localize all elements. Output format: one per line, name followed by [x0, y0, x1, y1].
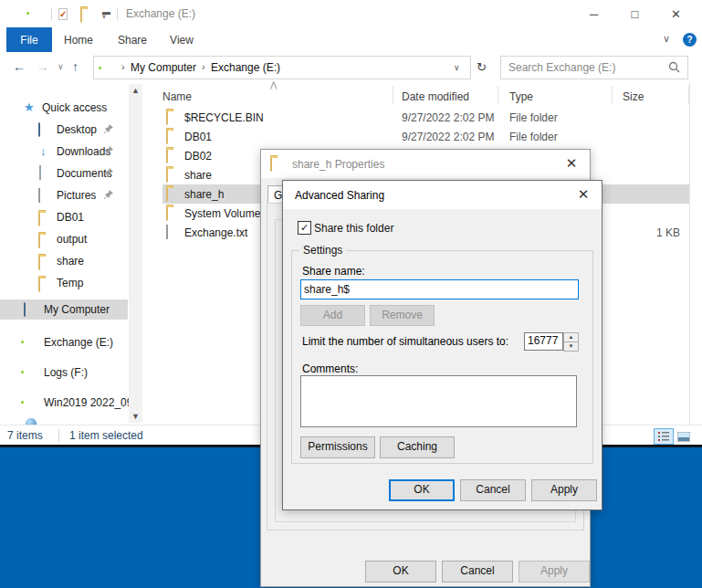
ribbon-collapse-icon[interactable]: ∨: [663, 33, 670, 45]
text-file-icon: [166, 226, 168, 238]
breadcrumb-my-computer[interactable]: My Computer: [131, 61, 196, 74]
apply-button[interactable]: Apply: [531, 479, 597, 501]
close-icon[interactable]: ✕: [553, 150, 590, 177]
spinner-down-icon[interactable]: ▼: [564, 342, 578, 351]
folder-icon: [38, 278, 40, 291]
tab-file[interactable]: File: [6, 27, 52, 52]
add-button[interactable]: Add: [300, 305, 365, 326]
permissions-button[interactable]: Permissions: [300, 436, 375, 458]
folder-icon: [166, 111, 168, 124]
sidebar-scrollbar[interactable]: ▲ ▼: [129, 84, 142, 423]
details-view-button[interactable]: [654, 428, 674, 445]
tab-home[interactable]: Home: [58, 27, 99, 52]
forward-icon[interactable]: →: [37, 59, 49, 74]
sidebar-item-label: Exchange (E:): [44, 336, 113, 349]
limit-users-value[interactable]: 16777: [524, 332, 563, 351]
advanced-sharing-titlebar: Advanced Sharing ✕: [283, 181, 602, 209]
close-icon[interactable]: ✕: [565, 181, 602, 208]
scroll-up-icon[interactable]: ▲: [129, 86, 142, 95]
scroll-down-icon[interactable]: ▼: [129, 412, 142, 421]
sidebar-item-share[interactable]: share: [0, 252, 128, 271]
properties-dialog-title: share_h Properties: [292, 158, 384, 171]
remove-button[interactable]: Remove: [370, 305, 435, 326]
sidebar-item-label: Win2019 2022_09_: [44, 396, 139, 409]
file-type: File folder: [509, 131, 558, 143]
cancel-button[interactable]: Cancel: [460, 479, 526, 501]
search-input[interactable]: Search Exchange (E:): [500, 56, 688, 79]
spinner-up-icon[interactable]: ▲: [564, 333, 578, 342]
ok-button[interactable]: OK: [365, 561, 436, 583]
chevron-down-icon[interactable]: ∨: [454, 63, 460, 72]
sidebar-item-label: Quick access: [42, 101, 107, 114]
sidebar-item-label: Temp: [57, 277, 83, 289]
column-date-modified[interactable]: Date modified: [402, 90, 469, 103]
sidebar-item-logs-f[interactable]: Logs (F:): [0, 363, 128, 383]
navigation-pane: ★ Quick access Desktop ↓ Downloads Docum…: [0, 82, 144, 425]
help-icon[interactable]: ?: [683, 33, 697, 47]
sidebar-item-label: Logs (F:): [44, 366, 88, 379]
sidebar-item-db01[interactable]: DB01: [0, 208, 128, 227]
large-icons-view-button[interactable]: [674, 428, 694, 445]
share-name-input[interactable]: share_h$: [300, 279, 579, 299]
file-list-scrollbar[interactable]: [689, 82, 690, 425]
cancel-button[interactable]: Cancel: [442, 561, 513, 583]
sidebar-item-output[interactable]: output: [0, 230, 128, 249]
ok-button[interactable]: OK: [389, 479, 455, 501]
folder-icon: [166, 131, 168, 143]
monitor-icon: [38, 123, 40, 136]
sidebar-item-documents[interactable]: Documents: [0, 164, 128, 184]
file-name: DB02: [184, 150, 212, 163]
file-type: File folder: [509, 111, 558, 124]
sidebar-item-desktop[interactable]: Desktop: [0, 121, 128, 140]
recent-locations-icon[interactable]: ∨: [58, 62, 64, 71]
refresh-icon[interactable]: ↻: [477, 60, 487, 74]
sidebar-item-temp[interactable]: Temp: [0, 274, 128, 293]
star-icon: ★: [24, 101, 35, 113]
pin-icon: [104, 168, 113, 177]
up-icon[interactable]: ↑: [72, 59, 79, 74]
desktop-background: ✓ ▬ ∨ Exchange (E:) ─ □ ✕ File Home Shar…: [0, 0, 702, 588]
file-row[interactable]: $RECYCLE.BIN 9/27/2022 2:02 PM File fold…: [146, 108, 690, 127]
sidebar-item-downloads[interactable]: ↓ Downloads: [0, 142, 128, 162]
sidebar-item-win2019[interactable]: Win2019 2022_09_: [0, 394, 128, 413]
divider: [117, 7, 118, 20]
tab-share[interactable]: Share: [111, 27, 153, 52]
computer-icon: [24, 303, 26, 316]
search-icon[interactable]: [668, 61, 680, 73]
items-count: 7 items: [7, 429, 43, 442]
column-name[interactable]: Name: [162, 90, 192, 103]
thumbnail-view-icon: [677, 432, 690, 442]
maximize-button[interactable]: □: [614, 0, 655, 27]
sidebar-item-my-computer[interactable]: My Computer: [0, 299, 128, 320]
chevron-right-icon: ›: [121, 61, 125, 72]
apply-button[interactable]: Apply: [519, 561, 590, 583]
close-button[interactable]: ✕: [655, 0, 697, 27]
new-folder-qat-icon[interactable]: [80, 9, 82, 22]
comments-textarea[interactable]: [300, 375, 577, 427]
limit-users-spinner[interactable]: 16777 ▲ ▼: [524, 332, 577, 352]
file-row[interactable]: DB01 9/27/2022 2:02 PM File folder: [146, 127, 690, 146]
minimize-button[interactable]: ─: [573, 0, 614, 27]
sidebar-item-label: Downloads: [57, 145, 110, 158]
sidebar-item-exchange-e[interactable]: Exchange (E:): [0, 333, 128, 352]
folder-icon: [166, 207, 168, 220]
file-name: DB01: [184, 131, 212, 143]
breadcrumb[interactable]: › My Computer › Exchange (E:) ∨: [93, 56, 471, 79]
caching-button[interactable]: Caching: [380, 436, 455, 458]
pin-icon: [104, 124, 113, 133]
share-this-folder-checkbox[interactable]: ✓: [298, 221, 311, 235]
column-size[interactable]: Size: [623, 90, 644, 103]
folder-icon: [38, 235, 40, 247]
breadcrumb-current[interactable]: Exchange (E:): [211, 61, 280, 74]
file-name: System Volume I: [184, 207, 267, 220]
properties-qat-icon[interactable]: ✓: [58, 8, 68, 20]
column-type[interactable]: Type: [509, 90, 533, 103]
ribbon-tabs: File Home Share View ∨ ?: [0, 27, 702, 53]
back-icon[interactable]: ←: [13, 59, 26, 74]
limit-users-label: Limit the number of simultaneous users t…: [302, 335, 508, 348]
file-name: share_h: [184, 188, 224, 201]
tab-view[interactable]: View: [162, 27, 201, 52]
sidebar-item-pictures[interactable]: Pictures: [0, 186, 128, 205]
column-headers: ⋀ Name Date modified Type Size: [146, 82, 690, 108]
sidebar-item-quick-access[interactable]: ★ Quick access: [0, 99, 128, 118]
